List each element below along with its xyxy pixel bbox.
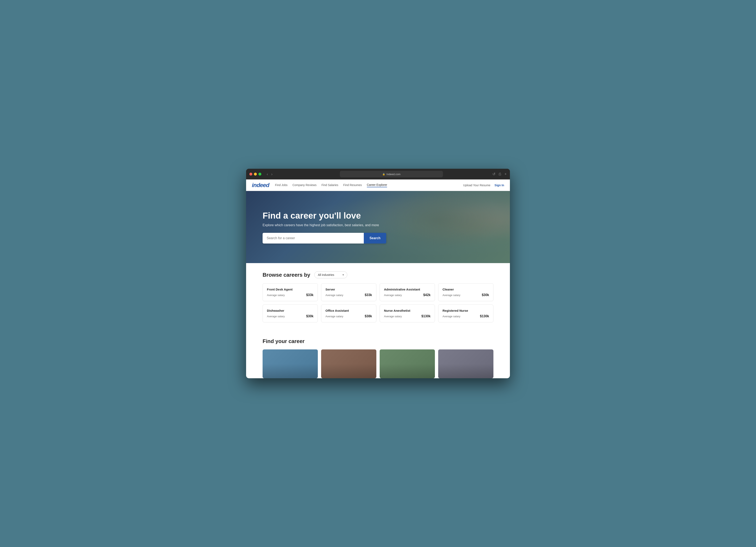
career-salary-row-7: Average salary $130k xyxy=(443,314,489,318)
browse-header: Browse careers by All industries ▾ xyxy=(263,272,493,278)
find-card-healthcare[interactable] xyxy=(263,349,318,378)
career-salary-4: $30k xyxy=(306,314,313,318)
career-card-5[interactable]: Office Assistant Average salary $38k xyxy=(321,304,376,322)
career-salary-0: $33k xyxy=(306,293,313,297)
career-salary-1: $33k xyxy=(365,293,372,297)
career-card-2[interactable]: Administrative Assistant Average salary … xyxy=(380,283,435,301)
forward-button[interactable]: › xyxy=(270,172,274,177)
browser-content: indeed Find Jobs Company Reviews Find Sa… xyxy=(246,180,510,378)
hero-subtitle: Explore which careers have the highest j… xyxy=(263,223,386,227)
browse-section: Browse careers by All industries ▾ Front… xyxy=(246,263,510,330)
find-card-delivery[interactable] xyxy=(380,349,435,378)
career-grid-row1: Front Desk Agent Average salary $33k Ser… xyxy=(263,283,493,301)
career-card-7[interactable]: Registered Nurse Average salary $130k xyxy=(438,304,493,322)
career-avg-label-1: Average salary xyxy=(325,293,343,297)
nav-links: Find Jobs Company Reviews Find Salaries … xyxy=(275,183,463,187)
traffic-lights xyxy=(249,173,261,176)
career-salary-row-1: Average salary $33k xyxy=(325,293,372,297)
find-card-construction[interactable] xyxy=(321,349,376,378)
career-salary-5: $38k xyxy=(365,314,372,318)
career-name-0: Front Desk Agent xyxy=(267,287,313,291)
search-bar: Search xyxy=(263,233,386,244)
career-card-1[interactable]: Server Average salary $33k xyxy=(321,283,376,301)
career-salary-row-5: Average salary $38k xyxy=(325,314,372,318)
browse-title: Browse careers by xyxy=(263,272,310,278)
nav-find-jobs[interactable]: Find Jobs xyxy=(275,183,288,187)
title-bar: ‹ › 🔒 Indeed.com ↺ ⎙ + xyxy=(246,169,510,180)
new-tab-button[interactable]: + xyxy=(504,172,507,176)
career-card-0[interactable]: Front Desk Agent Average salary $33k xyxy=(263,283,318,301)
indeed-logo[interactable]: indeed xyxy=(252,182,269,189)
hero-content: Find a career you'll love Explore which … xyxy=(263,211,386,244)
search-input[interactable] xyxy=(263,233,364,244)
career-grid-row2: Dishwasher Average salary $30k Office As… xyxy=(263,304,493,322)
career-avg-label-3: Average salary xyxy=(443,293,460,297)
nav-company-reviews[interactable]: Company Reviews xyxy=(292,183,317,187)
nav-find-resumes[interactable]: Find Resumes xyxy=(343,183,362,187)
career-salary-row-4: Average salary $30k xyxy=(267,314,313,318)
nav-right: Upload Your Resume Sign In xyxy=(463,184,504,187)
career-card-4[interactable]: Dishwasher Average salary $30k xyxy=(263,304,318,322)
career-name-4: Dishwasher xyxy=(267,309,313,312)
address-text: Indeed.com xyxy=(386,173,400,176)
find-career-section: Find your career xyxy=(246,330,510,378)
career-name-1: Server xyxy=(325,287,372,291)
career-avg-label-6: Average salary xyxy=(384,315,402,318)
title-bar-actions: ↺ ⎙ + xyxy=(492,172,507,176)
hero-title: Find a career you'll love xyxy=(263,211,386,221)
career-salary-7: $130k xyxy=(480,314,489,318)
career-salary-row-6: Average salary $130k xyxy=(384,314,431,318)
back-button[interactable]: ‹ xyxy=(265,172,269,177)
close-button[interactable] xyxy=(249,173,252,176)
find-card-office[interactable] xyxy=(438,349,493,378)
career-salary-row-2: Average salary $42k xyxy=(384,293,431,297)
industry-dropdown[interactable]: All industries ▾ xyxy=(314,272,347,278)
career-card-6[interactable]: Nurse Anesthetist Average salary $130k xyxy=(380,304,435,322)
find-career-cards xyxy=(263,349,493,378)
site-nav: indeed Find Jobs Company Reviews Find Sa… xyxy=(246,180,510,191)
reload-button[interactable]: ↺ xyxy=(492,172,495,176)
career-salary-row-3: Average salary $30k xyxy=(443,293,489,297)
minimize-button[interactable] xyxy=(254,173,257,176)
career-card-3[interactable]: Cleaner Average salary $30k xyxy=(438,283,493,301)
maximize-button[interactable] xyxy=(258,173,261,176)
career-salary-3: $30k xyxy=(482,293,489,297)
sign-in-link[interactable]: Sign In xyxy=(494,184,504,187)
career-avg-label-4: Average salary xyxy=(267,315,285,318)
nav-arrows: ‹ › xyxy=(265,172,274,177)
nav-find-salaries[interactable]: Find Salaries xyxy=(322,183,338,187)
address-bar[interactable]: 🔒 Indeed.com xyxy=(340,171,443,177)
career-avg-label-2: Average salary xyxy=(384,293,402,297)
share-button[interactable]: ⎙ xyxy=(499,172,501,176)
career-name-2: Administrative Assistant xyxy=(384,287,431,291)
search-button[interactable]: Search xyxy=(364,233,386,244)
dropdown-label: All industries xyxy=(318,273,334,276)
mac-window: ‹ › 🔒 Indeed.com ↺ ⎙ + indeed Find Jobs … xyxy=(246,169,510,378)
career-name-5: Office Assistant xyxy=(325,309,372,312)
career-salary-6: $130k xyxy=(421,314,431,318)
chevron-down-icon: ▾ xyxy=(343,274,344,276)
career-name-6: Nurse Anesthetist xyxy=(384,309,431,312)
career-avg-label-5: Average salary xyxy=(325,315,343,318)
career-avg-label-7: Average salary xyxy=(443,315,460,318)
career-salary-row-0: Average salary $33k xyxy=(267,293,313,297)
find-career-title: Find your career xyxy=(263,338,493,344)
career-name-7: Registered Nurse xyxy=(443,309,489,312)
career-name-3: Cleaner xyxy=(443,287,489,291)
career-avg-label-0: Average salary xyxy=(267,293,285,297)
lock-icon: 🔒 xyxy=(382,173,385,176)
hero-section: Find a career you'll love Explore which … xyxy=(246,191,510,263)
career-salary-2: $42k xyxy=(423,293,431,297)
nav-career-explorer[interactable]: Career Explorer xyxy=(367,183,387,187)
upload-resume-link[interactable]: Upload Your Resume xyxy=(463,184,490,187)
